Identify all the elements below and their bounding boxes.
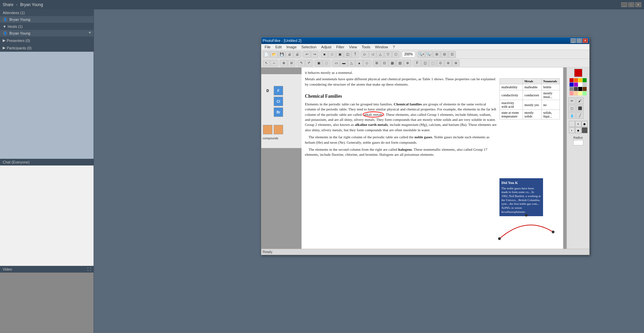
tb-new[interactable]: 📄 [263, 51, 270, 58]
tb2-shape5[interactable]: ◇ [363, 60, 371, 66]
tool-fill[interactable]: ⬛ [576, 105, 584, 111]
palette-color-cell[interactable] [578, 78, 582, 82]
color-swatch-main[interactable] [574, 69, 582, 77]
tool-line[interactable]: ╱ [576, 112, 584, 119]
palette-color-cell[interactable] [578, 91, 582, 95]
brush-shape-3[interactable] [582, 127, 588, 133]
menu-selection[interactable]: Selection [299, 44, 318, 50]
participants-header[interactable]: ▶ Participants (0) [0, 44, 94, 51]
brush-shape-2[interactable]: ■ [575, 127, 581, 133]
zoom-input[interactable]: 200% [402, 51, 415, 57]
tb2-draw5[interactable]: ⊕ [404, 60, 411, 66]
tool-pencil[interactable]: ✏ [568, 97, 576, 104]
palette-color-cell[interactable] [578, 83, 582, 87]
tb-nav3[interactable]: ⊡ [448, 51, 456, 58]
tb-nav1[interactable]: ⊞ [433, 51, 440, 58]
palette-color-cell[interactable] [583, 87, 587, 91]
pf-min-btn[interactable]: _ [571, 38, 576, 43]
palette-color-cell[interactable] [570, 78, 574, 82]
tb2-shape3[interactable]: △ [348, 60, 355, 66]
tb-c4[interactable]: ▽ [384, 51, 392, 58]
tb-b1[interactable]: ■ [321, 51, 328, 58]
pf-max-btn[interactable]: □ [577, 38, 582, 43]
tb2-draw2[interactable]: ⊡ [381, 60, 388, 66]
tb2-6[interactable]: ↱ [305, 60, 313, 66]
menu-adjust[interactable]: Adjust [319, 44, 334, 50]
pf-canvas[interactable]: D F Cl Br [261, 67, 567, 249]
tb2-draw1[interactable]: ⊞ [373, 60, 380, 66]
palette-color-cell[interactable] [570, 83, 574, 87]
presenters-header[interactable]: ▶ Presenters (0) [0, 37, 94, 44]
palette-color-cell[interactable] [570, 91, 574, 95]
palette-color-cell[interactable] [574, 87, 578, 91]
tool-eyedrop[interactable]: 💧 [568, 112, 576, 119]
palette-color-cell[interactable] [583, 83, 587, 87]
tb2-2[interactable]: ↔ [270, 60, 278, 66]
tb2-4[interactable]: ⊖ [288, 60, 295, 66]
tb-b5[interactable]: T [352, 51, 359, 58]
tb-b3[interactable]: ▣ [336, 51, 343, 58]
tb-zoom-in[interactable]: 🔍+ [418, 51, 425, 58]
tb2-f5[interactable]: ⊚ [444, 60, 452, 66]
tb-c1[interactable]: ▷ [361, 51, 369, 58]
tb-b2[interactable]: □ [328, 51, 336, 58]
tb2-draw4[interactable]: ▧ [396, 60, 404, 66]
tb-save[interactable]: 💾 [278, 51, 285, 58]
tb-print[interactable]: 🖨 [286, 51, 293, 58]
menu-image[interactable]: Image [284, 44, 299, 50]
tb2-f4[interactable]: ⊙ [437, 60, 444, 66]
tb-zoom-out[interactable]: 🔍- [425, 51, 433, 58]
tb-print2[interactable]: 🖨 [293, 51, 301, 58]
tb2-f2[interactable]: ◫ [421, 60, 429, 66]
tb-c2[interactable]: ◁ [369, 51, 376, 58]
radius-input[interactable]: 7 [573, 140, 583, 145]
tb-redo[interactable]: ↪ [311, 51, 318, 58]
tb2-1[interactable]: ↖ [263, 60, 270, 66]
tb2-f6[interactable]: ⊛ [452, 60, 460, 66]
tb-c3[interactable]: △ [377, 51, 384, 58]
window-min-btn[interactable]: _ [621, 2, 627, 7]
tb-undo[interactable]: ↩ [303, 51, 311, 58]
brush-shape-1[interactable]: ▪ [569, 127, 575, 133]
palette-color-cell[interactable] [574, 83, 578, 87]
menu-view[interactable]: View [347, 44, 359, 50]
brush-size-2[interactable]: • [575, 121, 581, 127]
tb2-3[interactable]: ⊕ [280, 60, 287, 66]
fullscreen-icon[interactable]: ⛶ [87, 267, 91, 271]
tb2-shape4[interactable]: ▲ [356, 60, 363, 66]
row2-nonmetal: mostly insul... [541, 90, 559, 100]
palette-color-cell[interactable] [574, 91, 578, 95]
pf-close-btn[interactable]: ✕ [583, 38, 588, 43]
tb-nav2[interactable]: ⊟ [441, 51, 448, 58]
menu-file[interactable]: File [263, 44, 273, 50]
tb2-shape1[interactable]: ▭ [332, 60, 340, 66]
tool-brush[interactable]: 🖌 [576, 97, 584, 104]
brush-size-3[interactable]: ● [582, 121, 588, 127]
palette-color-cell[interactable] [570, 87, 574, 91]
attendees-header[interactable]: Attendees (1) [0, 9, 94, 16]
tb-c5[interactable]: ⬡ [392, 51, 399, 58]
tb2-draw3[interactable]: ▦ [388, 60, 396, 66]
palette-color-cell[interactable] [574, 78, 578, 82]
palette-color-cell[interactable] [578, 87, 582, 91]
tb2-f1[interactable]: F [414, 60, 421, 66]
tool-eraser[interactable]: ◻ [568, 105, 576, 111]
tb-open[interactable]: 📂 [270, 51, 278, 58]
palette-color-cell[interactable] [583, 91, 587, 95]
tb2-f3[interactable]: ⬚ [429, 60, 436, 66]
tb2-shape2[interactable]: ▬ [340, 60, 347, 66]
tb2-select1[interactable]: ▣ [315, 60, 322, 66]
tb-b4[interactable]: ◫ [344, 51, 351, 58]
window-max-btn[interactable]: □ [628, 2, 634, 7]
menu-edit[interactable]: Edit [273, 44, 284, 50]
menu-tools[interactable]: Tools [360, 44, 372, 50]
brush-size-1[interactable]: · [569, 121, 575, 127]
palette-color-cell[interactable] [583, 78, 587, 82]
menu-help[interactable]: ? [391, 44, 397, 50]
menu-filter[interactable]: Filter [334, 44, 346, 50]
tb2-select2[interactable]: ◌ [323, 60, 330, 66]
window-close-btn[interactable]: ✕ [635, 2, 641, 7]
menu-window[interactable]: Window [373, 44, 390, 50]
tb2-5[interactable]: ↰ [298, 60, 305, 66]
hosts-header[interactable]: ▼ Hosts (1) [0, 23, 94, 30]
